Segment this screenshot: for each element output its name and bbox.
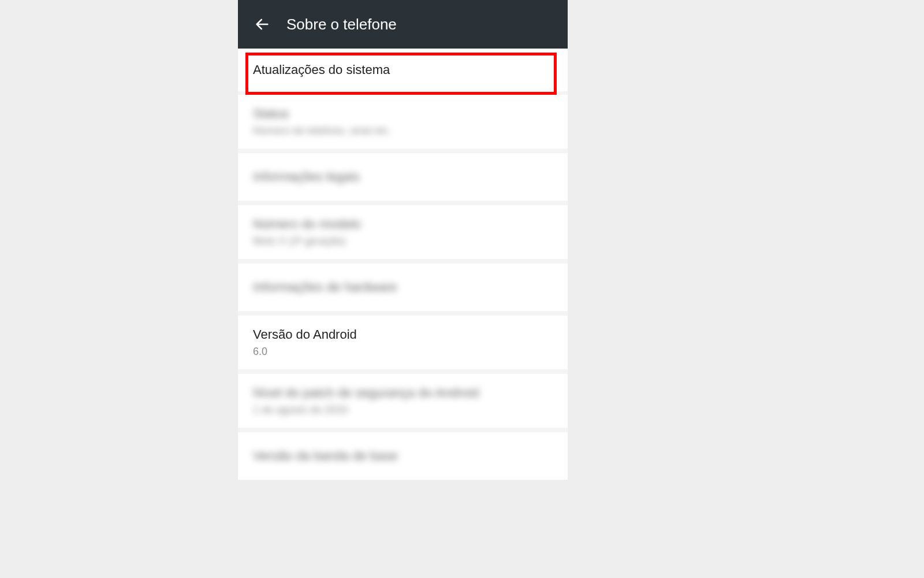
list-item-status[interactable]: Status Número de telefone, sinal etc. [238,95,568,149]
item-subtitle: Moto X (2ª geração) [253,235,553,247]
item-subtitle: Número de telefone, sinal etc. [253,125,553,137]
list-item-system-updates[interactable]: Atualizações do sistema [238,49,568,91]
arrow-back-icon [254,16,270,32]
page-title: Sobre o telefone [286,16,397,34]
item-subtitle: 1 de agosto de 2016 [253,404,553,416]
item-title: Informações legais [253,169,553,184]
item-title: Informações de hardware [253,280,553,295]
item-title: Versão da banda de base [253,449,553,464]
list-item-model-number[interactable]: Número do modelo Moto X (2ª geração) [238,205,568,259]
list-item-legal-info[interactable]: Informações legais [238,153,568,201]
item-title: Nível do patch de segurança do Android [253,386,553,401]
back-button[interactable] [246,8,278,40]
item-title: Status [253,106,553,121]
app-bar: Sobre o telefone [238,0,568,49]
phone-frame: Sobre o telefone Atualizações do sistema… [238,0,568,480]
item-subtitle: 6.0 [253,346,553,358]
item-title: Número do modelo [253,217,553,232]
list-item-security-patch[interactable]: Nível do patch de segurança do Android 1… [238,374,568,428]
item-title: Versão do Android [253,327,553,342]
settings-list: Atualizações do sistema Status Número de… [238,49,568,480]
item-title: Atualizações do sistema [253,62,553,77]
list-item-hardware-info[interactable]: Informações de hardware [238,264,568,311]
list-item-baseband-version[interactable]: Versão da banda de base [238,432,568,480]
list-item-android-version[interactable]: Versão do Android 6.0 [238,316,568,369]
